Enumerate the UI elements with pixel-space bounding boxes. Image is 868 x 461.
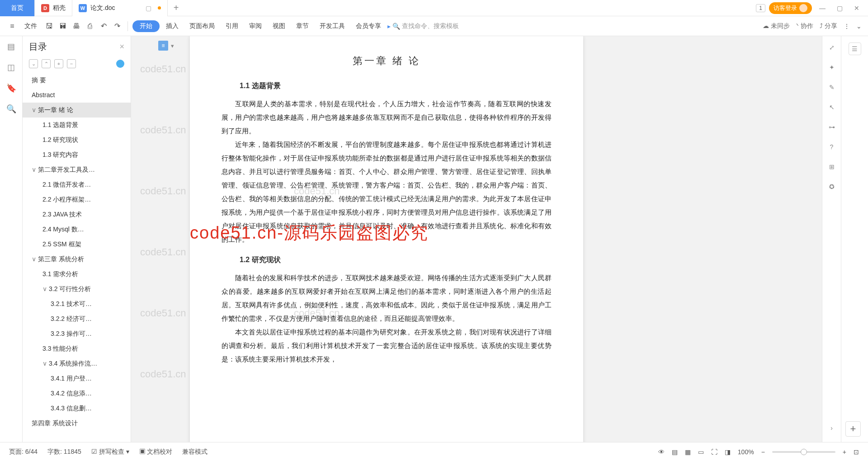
proofread[interactable]: ▣ 文档校对 bbox=[139, 448, 173, 456]
chevron-down-icon[interactable]: ▾ bbox=[171, 42, 174, 49]
collapse-panel-icon[interactable]: › bbox=[827, 423, 837, 433]
view-panel-icon[interactable]: ◨ bbox=[725, 448, 731, 456]
save-icon[interactable]: 🖫 bbox=[43, 20, 55, 32]
coop-button[interactable]: ᐠ 协作 bbox=[796, 22, 813, 30]
toc-item[interactable]: ∨第二章开发工具及… bbox=[23, 162, 131, 177]
toc-item[interactable]: ∨第一章 绪 论 bbox=[23, 103, 131, 118]
spell-check[interactable]: ☑ 拼写检查 ▾ bbox=[91, 448, 129, 456]
toc-item[interactable]: 1.1 选题背景 bbox=[23, 118, 131, 132]
close-button[interactable]: ✕ bbox=[850, 1, 863, 15]
toc-item[interactable]: 1.3 研究内容 bbox=[23, 147, 131, 162]
preview-icon[interactable]: ⎙ bbox=[84, 20, 96, 32]
toc-item[interactable]: ∨3.2 可行性分析 bbox=[23, 282, 131, 296]
tab-document[interactable]: W论文.doc▢ bbox=[72, 0, 168, 16]
fit-page-icon[interactable]: ⊡ bbox=[854, 448, 859, 456]
more-icon[interactable]: ⋮ bbox=[844, 23, 850, 30]
toc-item[interactable]: 2.4 Mysql 数… bbox=[23, 222, 131, 237]
tab-chapter[interactable]: 章节 bbox=[292, 22, 313, 30]
undo-icon[interactable]: ↶ bbox=[98, 20, 109, 32]
zoom-out-button[interactable]: − bbox=[761, 448, 765, 456]
help-icon[interactable]: ? bbox=[827, 142, 837, 152]
toc-item[interactable]: 2.1 微信开发者… bbox=[23, 177, 131, 192]
tab-review[interactable]: 审阅 bbox=[245, 22, 266, 30]
view-outline-icon[interactable]: ▭ bbox=[698, 448, 704, 456]
tab-shell[interactable]: D稻壳 bbox=[35, 0, 72, 16]
toc-expand-all[interactable]: ⌃ bbox=[42, 59, 51, 68]
toc-item[interactable]: ∨3.4 系统操作流… bbox=[23, 356, 131, 371]
toc-close-button[interactable]: × bbox=[119, 42, 124, 52]
doc-page-icon[interactable]: ≡ bbox=[158, 41, 168, 51]
watermark: code51.cn bbox=[140, 185, 186, 197]
toc-item[interactable]: 2.5 SSM 框架 bbox=[23, 237, 131, 252]
collapse-ribbon-icon[interactable]: ⌄ bbox=[856, 23, 862, 30]
saveas-icon[interactable]: 🖬 bbox=[57, 20, 69, 32]
file-menu[interactable]: 文件 bbox=[20, 22, 42, 30]
document-page[interactable]: 第一章 绪 论 1.1 选题背景 互联网是人类的基本需求，特别是在现代社会，个人… bbox=[190, 36, 583, 442]
tab-start[interactable]: 开始 bbox=[132, 20, 160, 32]
zoom-in-button[interactable]: + bbox=[843, 448, 846, 456]
tab-layout[interactable]: 页面布局 bbox=[185, 22, 219, 30]
page-indicator[interactable]: 页面: 6/44 bbox=[9, 448, 38, 456]
compat-mode[interactable]: 兼容模式 bbox=[182, 448, 208, 456]
add-fab-button[interactable]: + bbox=[845, 421, 861, 437]
more-tabs-icon[interactable]: ▸ bbox=[387, 23, 391, 30]
para: 本文首先以居住证申报系统过程的基本问题作为研究对象。在开发系统之前，我们对现有状… bbox=[222, 325, 552, 366]
image-tool-icon[interactable]: ⊞ bbox=[827, 162, 837, 172]
rocket-icon[interactable]: ✦ bbox=[827, 62, 837, 72]
outline-icon[interactable]: ▤ bbox=[6, 42, 16, 52]
share-button[interactable]: ⤴ 分享 bbox=[820, 22, 837, 30]
tab-insert[interactable]: 插入 bbox=[161, 22, 183, 30]
pen-icon[interactable]: ✎ bbox=[827, 82, 837, 92]
view-page-icon[interactable]: ▤ bbox=[672, 448, 678, 456]
zoom-slider[interactable] bbox=[772, 451, 835, 453]
bookmark-icon[interactable]: 🔖 bbox=[6, 83, 16, 93]
unsaved-dot-icon bbox=[158, 6, 161, 9]
minimize-button[interactable]: — bbox=[816, 1, 829, 15]
tab-view[interactable]: 视图 bbox=[268, 22, 290, 30]
toc-item[interactable]: 3.3 性能分析 bbox=[23, 341, 131, 356]
print-icon[interactable]: 🖶 bbox=[71, 20, 82, 32]
redo-icon[interactable]: ↷ bbox=[111, 20, 123, 32]
tab-add-button[interactable]: + bbox=[168, 3, 184, 13]
filter-toggle[interactable]: ☰ bbox=[849, 42, 861, 55]
toc-item[interactable]: 2.2 小程序框架… bbox=[23, 192, 131, 207]
toc-item[interactable]: ∨第三章 系统分析 bbox=[23, 252, 131, 267]
toc-add[interactable]: + bbox=[54, 59, 63, 68]
compress-icon[interactable]: ⤢ bbox=[827, 42, 837, 52]
find-icon[interactable]: 🔍 bbox=[6, 104, 16, 114]
nav-icon[interactable]: ◫ bbox=[6, 62, 16, 72]
menu-icon[interactable]: ≡ bbox=[6, 20, 18, 32]
tab-ref[interactable]: 引用 bbox=[221, 22, 243, 30]
tab-home[interactable]: 首页 bbox=[0, 0, 35, 16]
command-search[interactable]: 🔍查找命令、搜索模板 bbox=[392, 22, 459, 30]
zoom-value[interactable]: 100% bbox=[738, 448, 754, 456]
sync-status[interactable]: ☁ 未同步 bbox=[763, 22, 790, 30]
toc-sync-icon[interactable] bbox=[116, 60, 124, 68]
settings-slider-icon[interactable]: ⊶ bbox=[827, 122, 837, 132]
view-read-icon[interactable]: 👁 bbox=[658, 448, 665, 456]
guest-login-button[interactable]: 访客登录 bbox=[769, 2, 812, 14]
tab-dev[interactable]: 开发工具 bbox=[315, 22, 349, 30]
toc-item[interactable]: 1.2 研究现状 bbox=[23, 132, 131, 147]
toc-collapse-all[interactable]: ⌄ bbox=[29, 59, 38, 68]
star-icon[interactable]: ✪ bbox=[827, 182, 837, 192]
toc-item[interactable]: 3.2.1 技术可… bbox=[23, 296, 131, 311]
toc-item[interactable]: 摘 要 bbox=[23, 73, 131, 88]
view-web-icon[interactable]: ▦ bbox=[685, 448, 691, 456]
toc-item[interactable]: 2.3 JAVA 技术 bbox=[23, 207, 131, 222]
word-count[interactable]: 字数: 11845 bbox=[47, 448, 81, 456]
toc-item[interactable]: 3.2.3 操作可… bbox=[23, 326, 131, 341]
toc-item[interactable]: 第四章 系统设计 bbox=[23, 416, 131, 431]
toc-item[interactable]: 3.1 需求分析 bbox=[23, 267, 131, 282]
cursor-icon[interactable]: ↖ bbox=[827, 102, 837, 112]
tab-member[interactable]: 会员专享 bbox=[351, 22, 386, 30]
maximize-button[interactable]: ▢ bbox=[833, 1, 846, 15]
window-count-badge[interactable]: 1 bbox=[756, 4, 765, 12]
toc-remove[interactable]: − bbox=[67, 59, 76, 68]
toc-item[interactable]: Abstract bbox=[23, 88, 131, 103]
view-fullscreen-icon[interactable]: ⛶ bbox=[711, 448, 717, 456]
toc-item[interactable]: 3.4.3 信息删… bbox=[23, 401, 131, 416]
toc-item[interactable]: 3.2.2 经济可… bbox=[23, 311, 131, 326]
toc-item[interactable]: 3.4.1 用户登… bbox=[23, 371, 131, 386]
toc-item[interactable]: 3.4.2 信息添… bbox=[23, 386, 131, 401]
